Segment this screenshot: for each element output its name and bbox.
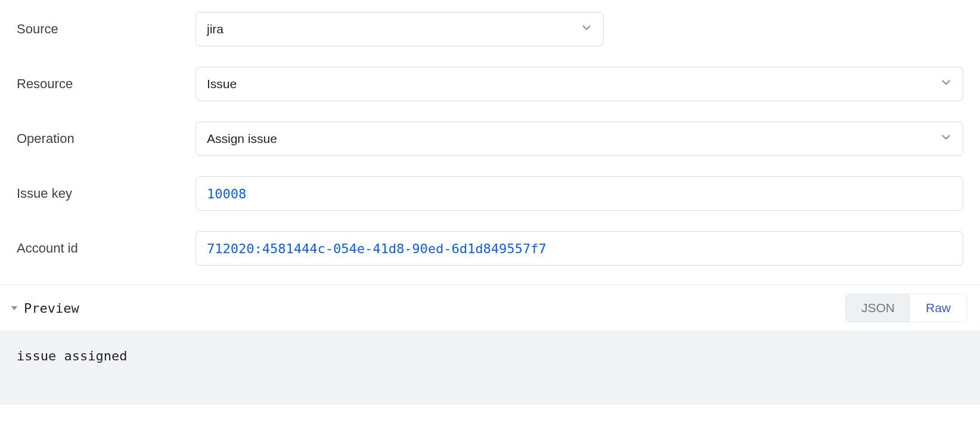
toggle-raw-button[interactable]: Raw [910,294,966,322]
control-account-id [196,231,963,266]
preview-header-left[interactable]: Preview [11,301,79,316]
label-operation: Operation [17,131,196,147]
control-operation: Assign issue [196,122,963,156]
row-source: Source jira [17,12,963,46]
control-resource: Issue [196,67,963,101]
preview-header: Preview JSON Raw [0,285,980,331]
operation-select-value: Assign issue [207,132,277,146]
operation-select[interactable]: Assign issue [196,122,963,156]
form-section: Source jira Resource Issue [0,0,980,285]
resource-select[interactable]: Issue [196,67,963,101]
row-resource: Resource Issue [17,67,963,101]
svg-marker-0 [11,306,17,310]
source-select-value: jira [207,22,224,36]
source-select-wrap: jira [196,12,604,46]
preview-title: Preview [24,301,79,316]
control-source: jira [196,12,604,46]
disclosure-triangle-icon [11,304,18,312]
preview-body: issue assigned [0,331,980,404]
label-source: Source [17,21,196,37]
row-operation: Operation Assign issue [17,122,963,156]
issue-key-input[interactable] [196,176,963,211]
label-resource: Resource [17,76,196,92]
operation-select-wrap: Assign issue [196,122,963,156]
preview-format-toggle: JSON Raw [845,294,967,322]
row-account-id: Account id [17,231,963,266]
row-issue-key: Issue key [17,176,963,211]
toggle-json-button[interactable]: JSON [846,294,910,322]
label-issue-key: Issue key [17,186,196,201]
resource-select-value: Issue [207,77,237,91]
control-issue-key [196,176,963,211]
resource-select-wrap: Issue [196,67,963,101]
label-account-id: Account id [17,241,196,256]
source-select[interactable]: jira [196,12,604,46]
preview-output-text: issue assigned [17,348,963,363]
account-id-input[interactable] [196,231,963,266]
